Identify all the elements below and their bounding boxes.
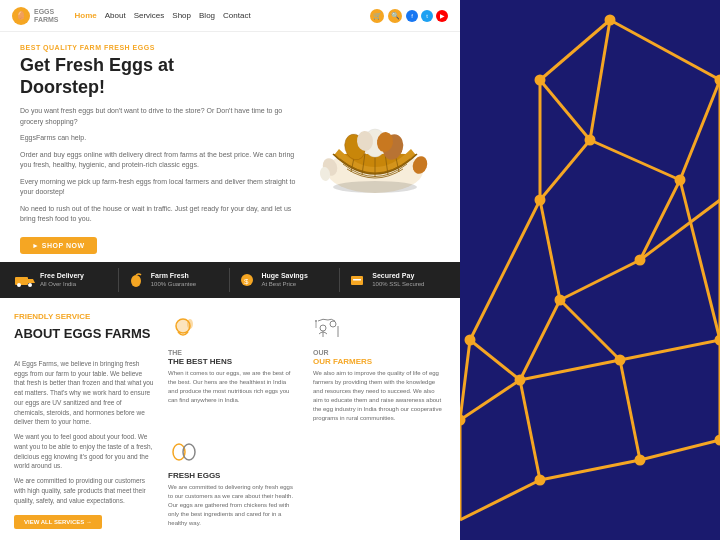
nav-links: Home About Services Shop Blog Contact (75, 11, 363, 20)
svg-point-75 (616, 356, 624, 364)
feature-savings: $ Huge Savings At Best Price (232, 268, 341, 292)
hero-desc1: Do you want fresh eggs but don't want to… (20, 106, 300, 127)
svg-line-54 (520, 300, 560, 380)
hero-desc2: EggsFarms can help. (20, 133, 300, 144)
svg-point-82 (536, 476, 544, 484)
features-bar: Free Delivery All Over India Farm Fresh … (0, 262, 460, 298)
svg-line-47 (540, 200, 560, 300)
facebook-icon[interactable]: f (406, 10, 418, 22)
farmer-icon (313, 316, 343, 340)
svg-point-80 (636, 456, 644, 464)
logo: 🥚 EGGS FARMS (12, 7, 59, 25)
card-farmers: OUR OUR FARMERS We also aim to improve t… (309, 312, 446, 427)
svg-point-73 (556, 296, 564, 304)
fresh-text: Farm Fresh 100% Guarantee (151, 272, 196, 286)
youtube-icon[interactable]: ▶ (436, 10, 448, 22)
svg-line-57 (470, 200, 540, 340)
logo-bottom: FARMS (34, 16, 59, 24)
svg-point-79 (460, 416, 464, 424)
about-text3: We are committed to providing our custom… (14, 476, 154, 505)
about-left: FRIENDLY SERVICE ABOUT EGGS FARMS At Egg… (14, 312, 154, 532)
feature-fresh: Farm Fresh 100% Guarantee (121, 268, 230, 292)
basket-svg (315, 99, 435, 199)
feature-sub-pay: 100% SSL Secured (372, 281, 424, 287)
hero-image (310, 44, 440, 254)
svg-line-38 (680, 80, 720, 180)
svg-text:$: $ (244, 277, 249, 286)
website-panel: 🥚 EGGS FARMS Home About Services Shop Bl… (0, 0, 460, 540)
svg-point-33 (315, 320, 317, 322)
svg-rect-17 (15, 277, 28, 285)
hero-text: BEST QUALITY FARM FRESH EGGS Get Fresh E… (20, 44, 300, 254)
twitter-icon[interactable]: t (421, 10, 433, 22)
savings-text: Huge Savings At Best Price (262, 272, 308, 286)
svg-line-43 (640, 180, 680, 260)
svg-line-55 (520, 360, 620, 380)
svg-point-21 (131, 275, 141, 287)
card-best-hens: THE THE BEST HENS When it comes to our e… (164, 312, 301, 427)
hen-icon (168, 316, 198, 340)
nav-services[interactable]: Services (134, 11, 165, 20)
card-text-fresh: We are committed to delivering only fres… (168, 483, 297, 528)
svg-point-16 (333, 181, 417, 193)
svg-point-76 (716, 336, 720, 344)
view-services-button[interactable]: VIEW ALL SERVICES → (14, 515, 102, 529)
card-text-hens: When it comes to our eggs, we are the be… (168, 369, 297, 405)
svg-point-68 (716, 76, 720, 84)
nav-home[interactable]: Home (75, 11, 97, 20)
navbar: 🥚 EGGS FARMS Home About Services Shop Bl… (0, 0, 460, 32)
svg-line-59 (460, 380, 520, 420)
fresh-icon (126, 272, 146, 288)
pattern-panel (460, 0, 720, 540)
svg-line-64 (540, 460, 640, 480)
feature-title-pay: Secured Pay (372, 272, 424, 280)
shop-now-button[interactable]: ► SHOP NOW (20, 237, 97, 254)
about-right: THE THE BEST HENS When it comes to our e… (164, 312, 446, 532)
search-icon[interactable]: 🔍 (388, 9, 402, 23)
svg-line-60 (620, 360, 640, 460)
svg-line-37 (610, 20, 720, 80)
feature-sub-savings: At Best Price (262, 281, 308, 287)
svg-line-61 (640, 440, 720, 460)
nav-shop[interactable]: Shop (172, 11, 191, 20)
card-title-fresh: FRESH EGGS (168, 471, 297, 480)
logo-icon: 🥚 (12, 7, 30, 25)
nav-contact[interactable]: Contact (223, 11, 251, 20)
feature-title-delivery: Free Delivery (40, 272, 84, 280)
nav-about[interactable]: About (105, 11, 126, 20)
svg-point-20 (28, 283, 32, 287)
card-fresh-eggs: FRESH EGGS We are committed to deliverin… (164, 435, 301, 532)
svg-point-69 (676, 176, 684, 184)
svg-point-67 (606, 16, 614, 24)
feature-pay: Secured Pay 100% SSL Secured (342, 268, 450, 292)
social-icons: f t ▶ (406, 10, 448, 22)
nav-blog[interactable]: Blog (199, 11, 215, 20)
hero-title-line2: Doorstep! (20, 77, 105, 97)
about-section: FRIENDLY SERVICE ABOUT EGGS FARMS At Egg… (0, 298, 460, 540)
feature-title-fresh: Farm Fresh (151, 272, 196, 280)
svg-rect-25 (353, 279, 361, 281)
svg-line-46 (560, 260, 640, 300)
hero-section: BEST QUALITY FARM FRESH EGGS Get Fresh E… (0, 32, 460, 262)
svg-line-45 (540, 20, 610, 80)
svg-point-70 (586, 136, 594, 144)
logo-text: EGGS FARMS (34, 8, 59, 23)
feature-sub-delivery: All Over India (40, 281, 84, 287)
svg-point-19 (17, 283, 21, 287)
cart-icon[interactable]: 🛒 (370, 9, 384, 23)
nav-icons: 🛒 🔍 f t ▶ (370, 9, 448, 23)
feature-delivery: Free Delivery All Over India (10, 268, 119, 292)
card-text-farmers: We also aim to improve the quality of li… (313, 369, 442, 423)
hero-title: Get Fresh Eggs at Doorstep! (20, 55, 300, 98)
feature-sub-fresh: 100% Guarantee (151, 281, 196, 287)
svg-line-56 (470, 340, 520, 380)
fresh-eggs-icon (168, 439, 198, 463)
svg-line-48 (540, 140, 590, 200)
delivery-icon (15, 272, 35, 288)
hero-title-line1: Get Fresh Eggs at (20, 55, 174, 75)
svg-point-71 (536, 76, 544, 84)
card-title-farmers: OUR OUR FARMERS (313, 348, 442, 366)
logo-top: EGGS (34, 8, 59, 16)
card-title-hens: THE THE BEST HENS (168, 348, 297, 366)
about-heading: ABOUT EGGS FARMS (14, 327, 154, 341)
